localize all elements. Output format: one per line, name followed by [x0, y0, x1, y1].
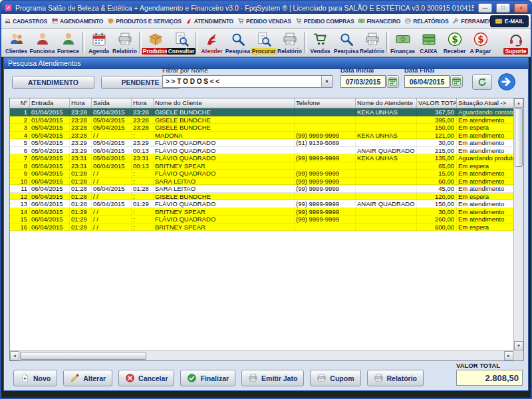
footer-button[interactable]: Finalizar	[180, 370, 235, 386]
grid-row[interactable]: 11 06/04/2015 01:28 06/04/2015 01:28 SAR…	[10, 185, 513, 193]
grid-row[interactable]: 1 01/04/2015 23:28 05/04/2015 23:28 GISE…	[10, 108, 513, 116]
column-header[interactable]: Hora	[70, 98, 92, 108]
refresh-button[interactable]	[472, 74, 492, 90]
menu-item[interactable]: RELATÓRIOS	[404, 17, 449, 25]
grid-row[interactable]: 7 05/04/2015 23:31 05/04/2015 23:31 FLÁV…	[10, 154, 513, 162]
date-start-input[interactable]: 07/03/2015	[340, 75, 386, 88]
vertical-scrollbar[interactable]	[513, 98, 523, 350]
column-header[interactable]: Nº	[10, 98, 30, 108]
toolbar-button[interactable]: CAIXA	[416, 29, 442, 56]
column-header[interactable]: Nome do Cliente	[154, 98, 295, 108]
menu-item[interactable]: ATENDIMENTO	[185, 17, 234, 25]
menu-item-label: PEDIDO VENDAS	[246, 18, 291, 25]
toolbar-button[interactable]: Pesquisa	[225, 29, 251, 56]
cell-hora-saida: 23:28	[132, 108, 154, 116]
footer-button[interactable]: Emitir Jato	[241, 370, 304, 386]
toolbar-button[interactable]: Clientes	[3, 29, 29, 56]
horizontal-scrollbar[interactable]	[10, 350, 513, 360]
grid-row[interactable]: 5 05/04/2015 23:29 05/04/2015 23:29 FLÁV…	[10, 139, 513, 147]
footer-button[interactable]: Cupom	[310, 370, 360, 386]
toolbar-button-icon	[230, 31, 246, 47]
toolbar-button[interactable]: Pesquisa	[333, 29, 359, 56]
minimize-button[interactable]: —	[478, 3, 492, 13]
toolbar-button[interactable]: Funciona	[29, 29, 55, 56]
calendar-picker-icon[interactable]	[450, 75, 463, 88]
menu-item-label: ATENDIMENTO	[194, 18, 233, 25]
menu-item-email[interactable]: E-MAIL	[490, 15, 529, 27]
horizontal-scroll-thumb[interactable]	[20, 352, 146, 360]
menu-item[interactable]: FERRAMENTAS	[452, 17, 489, 25]
grid-row[interactable]: 14 06/04/2015 01:29 / / : BRITNEY SPEAR …	[10, 208, 513, 216]
column-header[interactable]: Entrada	[30, 98, 70, 108]
column-header[interactable]: Nome do Atendente	[356, 98, 417, 108]
scroll-down-button[interactable]	[514, 341, 523, 350]
column-header[interactable]: Situação Atual ->	[457, 98, 513, 108]
column-header[interactable]: Saída	[92, 98, 132, 108]
grid-row[interactable]: 9 06/04/2015 01:28 / / : FLÁVIO QUADRADO…	[10, 170, 513, 178]
footer-button[interactable]: Relatório	[367, 370, 424, 386]
tab-button[interactable]: ATENDIMENTO	[12, 76, 94, 89]
grid-row[interactable]: 2 01/04/2015 23:28 05/04/2015 23:28 GISE…	[10, 116, 513, 124]
cell-telefone: (99) 9999-9999	[295, 132, 356, 140]
toolbar-button[interactable]: Relatório	[359, 29, 385, 56]
maximize-button[interactable]: □	[496, 3, 510, 13]
scroll-up-button[interactable]	[514, 98, 523, 108]
close-button[interactable]: ×	[514, 3, 528, 13]
column-header[interactable]: Hora	[132, 98, 154, 108]
grid-row[interactable]: 16 06/04/2015 01:29 / / : BRITNEY SPEAR …	[10, 223, 513, 231]
grid-row[interactable]: 12 06/04/2015 01:28 / / : GISELE BUNDCHE…	[10, 193, 513, 201]
toolbar-button-suporte[interactable]: Suporte	[503, 29, 529, 56]
grid-row[interactable]: 8 05/04/2015 23:31 06/04/2015 00:13 BRIT…	[10, 162, 513, 170]
cell-situacao: Em atendimento	[457, 215, 513, 223]
calendar-picker-icon[interactable]	[386, 75, 399, 88]
column-header[interactable]: Telefone	[295, 98, 356, 108]
cell-hora-entrada: 01:28	[70, 170, 92, 178]
footer-button[interactable]: Novo	[13, 370, 57, 386]
dropdown-arrow-icon[interactable]	[321, 76, 332, 87]
column-header[interactable]: VALOR TOTAL	[417, 98, 457, 108]
scroll-left-button[interactable]	[10, 351, 19, 360]
panel-title: Pesquisa Atendimentos	[8, 59, 81, 67]
cell-valor: 395,00	[417, 116, 457, 124]
menu-item[interactable]: CADASTROS	[3, 17, 48, 25]
grid-row[interactable]: 6 05/04/2015 23:29 06/04/2015 00:13 FLÁV…	[10, 147, 513, 155]
toolbar-button[interactable]: $ A Pagar	[467, 29, 493, 56]
footer-button[interactable]: Alterar	[63, 370, 112, 386]
cell-hora-entrada: 01:28	[70, 185, 92, 193]
cell-entrada: 06/04/2015	[30, 215, 70, 223]
toolbar-button[interactable]: Relatório	[112, 29, 138, 56]
cell-situacao: Em atendimento	[457, 208, 513, 216]
grid-row[interactable]: 15 06/04/2015 01:29 / / : FLÁVIO QUADRAD…	[10, 215, 513, 223]
cell-telefone: (99) 9999-9999	[295, 208, 356, 216]
search-go-button[interactable]	[497, 72, 516, 91]
date-end-input[interactable]: 06/04/2015	[404, 75, 450, 88]
menu-item[interactable]: PEDIDO VENDAS	[237, 17, 292, 25]
toolbar-button[interactable]: Procurar	[251, 29, 277, 56]
cell-atendente	[356, 162, 417, 170]
menu-item[interactable]: PEDIDO COMPRAS	[295, 17, 355, 25]
toolbar-button[interactable]: Relatório	[277, 29, 303, 56]
cell-entrada: 05/04/2015	[30, 124, 70, 132]
grid-row[interactable]: 13 06/04/2015 01:28 06/04/2015 01:29 FLÁ…	[10, 200, 513, 208]
cell-situacao: Aguardando produtos	[457, 154, 513, 162]
toolbar-button[interactable]: $ Receber	[442, 29, 467, 56]
cell-hora-saida: :	[132, 208, 154, 216]
scroll-right-button[interactable]	[504, 351, 513, 360]
menu-item[interactable]: FINANCEIRO	[357, 17, 401, 25]
toolbar-button[interactable]: Produtos	[142, 29, 168, 56]
grid-row[interactable]: 4 05/04/2015 23:28 / / : MADONA (99) 999…	[10, 132, 513, 140]
menu-item[interactable]: PRODUTOS E SERVIÇOS	[106, 17, 182, 25]
filter-combo[interactable]: > > T O D O S < <	[162, 75, 332, 88]
toolbar-button[interactable]: Agenda	[86, 29, 112, 56]
vertical-scroll-thumb[interactable]	[515, 108, 523, 167]
toolbar-button[interactable]: Consultar	[168, 29, 194, 56]
toolbar-button[interactable]: Atender	[199, 29, 225, 56]
grid-row[interactable]: 3 05/04/2015 23:28 05/04/2015 23:28 GISE…	[10, 124, 513, 132]
toolbar-button[interactable]: Vendas	[307, 29, 333, 56]
menu-item[interactable]: AGENDAMENTO	[51, 17, 104, 25]
grid-row[interactable]: 10 06/04/2015 01:28 / / : SARA LEITAO (9…	[10, 178, 513, 186]
toolbar-button[interactable]: Finanças	[390, 29, 416, 56]
footer-button[interactable]: Cancelar	[118, 370, 174, 386]
toolbar-button[interactable]: Fornece	[55, 29, 81, 56]
cell-cliente: GISELE BUNDCHE	[154, 124, 295, 132]
